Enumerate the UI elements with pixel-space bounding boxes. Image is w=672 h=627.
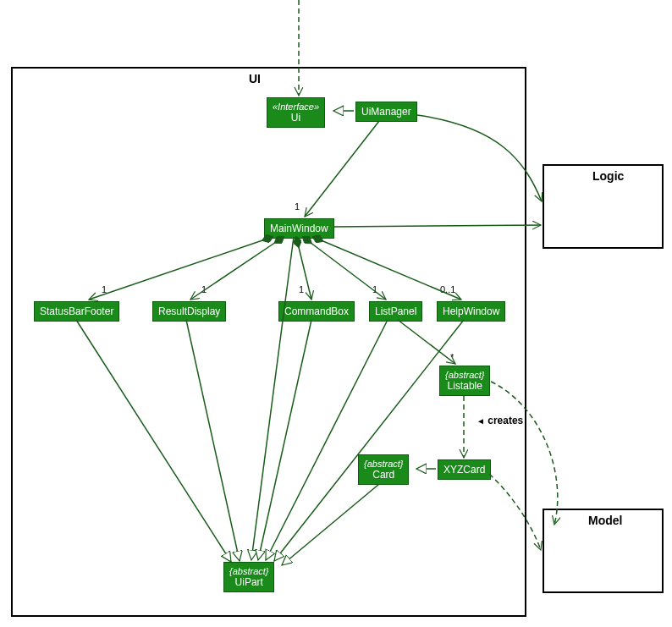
stereotype-interface: «Interface» xyxy=(273,102,319,112)
class-listable: {abstract} Listable xyxy=(439,366,490,396)
package-ui xyxy=(11,67,526,617)
class-xyz-card: XYZCard xyxy=(438,459,491,480)
stereotype-uipart: {abstract} xyxy=(229,566,268,576)
label-creates-text: creates xyxy=(487,415,523,426)
class-command-box: CommandBox xyxy=(278,301,355,322)
mult-main-window: 1 xyxy=(295,201,300,212)
creates-arrow-icon: ◄ xyxy=(476,416,485,426)
class-ui-part: {abstract} UiPart xyxy=(223,562,274,592)
stereotype-listable: {abstract} xyxy=(445,370,484,380)
mult-help-window: 0..1 xyxy=(440,284,455,294)
package-model-label: Model xyxy=(588,514,622,527)
class-help-window: HelpWindow xyxy=(437,301,505,322)
mult-status-bar: 1 xyxy=(102,284,107,294)
class-ui-manager: UiManager xyxy=(355,102,417,122)
class-card: {abstract} Card xyxy=(358,454,409,485)
class-ui-part-name: UiPart xyxy=(229,576,268,588)
mult-command-box: 1 xyxy=(299,284,304,294)
class-listable-name: Listable xyxy=(445,380,484,392)
mult-list-panel: 1 xyxy=(372,284,377,294)
class-main-window: MainWindow xyxy=(264,218,334,239)
class-card-name: Card xyxy=(364,469,403,481)
package-logic-label: Logic xyxy=(592,169,624,183)
class-status-bar: StatusBarFooter xyxy=(34,301,119,322)
package-ui-label: UI xyxy=(249,72,261,85)
mult-listable: * xyxy=(450,352,454,362)
label-creates: ◄ creates xyxy=(476,415,523,426)
class-result-display: ResultDisplay xyxy=(152,301,226,322)
class-ui-interface: «Interface» Ui xyxy=(267,97,325,128)
class-list-panel: ListPanel xyxy=(369,301,422,322)
mult-result-display: 1 xyxy=(201,284,207,294)
class-ui-interface-name: Ui xyxy=(273,112,319,124)
stereotype-card: {abstract} xyxy=(364,459,403,469)
